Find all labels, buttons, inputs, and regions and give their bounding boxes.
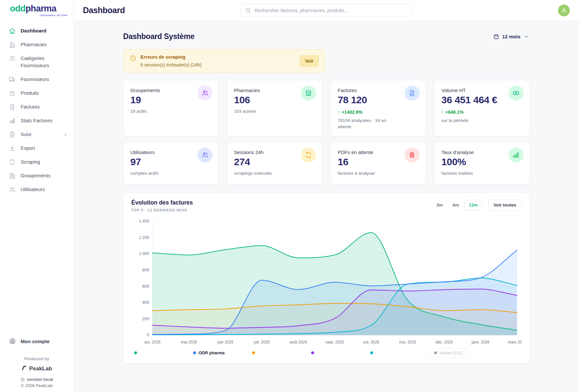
legend-item-1[interactable] [134,351,193,354]
users-icon [197,86,212,101]
sidebar-item-label: Groupements [21,172,50,179]
legend-dot-icon [311,351,314,354]
period-label: 12 mois [502,34,521,39]
sidebar-item-scraping[interactable]: Scraping [0,155,73,169]
chevron-down-icon [524,34,529,39]
sidebar-item-label: Fournisseurs [21,76,49,83]
svg-text:oct. 2025: oct. 2025 [363,340,379,344]
search-icon [245,7,251,13]
file-icon [9,104,16,110]
legend-item-autres-101[interactable]: Autres (101) [429,348,468,358]
stat-card-groupements: Groupements 19 19 actifs [123,80,219,136]
alert-subtitle: 6 session(s) échouée(s) (24h) [141,62,202,68]
user-avatar-button[interactable] [558,5,570,16]
svg-text:janv. 2026: janv. 2026 [471,340,489,344]
docs-icon [405,147,420,163]
legend-item-odr-pharma[interactable]: ODR pharma [193,350,252,355]
svg-text:1 200: 1 200 [139,235,149,240]
brand-name: oddpharma [10,4,68,13]
chart-area: 02004006008001 0001 2001 400avr. 2025mai… [131,217,522,347]
alert-circle-icon [130,55,136,62]
stat-card-sessions-24h: Sessions 24h 274 scrapings exécutés [227,142,322,185]
sidebar-item-dashboard[interactable]: Dashboard [0,24,73,38]
sidebar-item-label: Stats Factures [21,117,52,124]
sidebar-item-suivi[interactable]: Suivi [0,127,73,141]
stat-card-subtitle: scrapings exécutés [234,170,295,177]
legend-item-3[interactable] [252,351,311,354]
stat-card-subtitle: comptes actifs [130,170,191,177]
svg-text:juin 2025: juin 2025 [217,340,233,344]
truck-icon [9,76,16,83]
sidebar: oddpharma Optimisateur De Dash Dashboard… [0,0,74,392]
brand-logo[interactable]: oddpharma Optimisateur De Dash [0,0,73,19]
sidebar-item-stats-factures[interactable]: Stats Factures [0,114,73,127]
period-selector[interactable]: 12 mois [492,32,530,41]
bars-icon [509,147,524,163]
svg-text:nov. 2025: nov. 2025 [399,340,416,344]
peaklab-brand: PeakLab [0,365,73,372]
sidebar-footer: Mon compte Produced by PeakLab version l… [0,334,73,392]
top-header: Dashboard [74,0,579,21]
stat-card-subtitle: 19 actifs [130,108,191,115]
range-6m[interactable]: 6m [448,200,464,210]
scraping-errors-alert: Erreurs de scraping 6 session(s) échouée… [123,49,325,73]
sidebar-item-export[interactable]: Export [0,141,73,155]
home-icon [9,28,16,34]
stat-card-subtitle: 78104 analysées · 16 en attente [338,118,398,130]
stat-card-subtitle: factures traitées [441,170,502,177]
building-icon [9,172,16,179]
sidebar-item-groupements[interactable]: Groupements [0,169,73,183]
brand-name-suffix: pharma [26,4,56,13]
user-circle-icon [9,338,16,345]
alert-view-button[interactable]: Voir [300,55,319,67]
store-icon [301,86,316,101]
alert-title: Erreurs de scraping [141,54,202,60]
range-3m[interactable]: 3m [432,200,448,210]
range-switcher: 3m 6m 12m [432,200,482,210]
sidebar-item-pharmacies[interactable]: Pharmacies [0,38,73,51]
sidebar-item-label: Catégories Fournisseurs [21,55,68,69]
svg-text:mai 2025: mai 2025 [181,340,197,344]
sidebar-item-produits[interactable]: Produits [0,86,73,100]
sidebar-item-label: Produits [21,89,39,97]
legend-label: ODR pharma [199,350,225,355]
svg-text:sept. 2025: sept. 2025 [326,340,344,344]
sidebar-nav: Dashboard Pharmacies Catégories Fourniss… [0,19,73,196]
stat-card-volume-ht: Volume HT 36 451 464 € ↑+648.1% sur la p… [434,80,529,136]
svg-text:1 000: 1 000 [139,251,149,256]
peaklab-logo-icon [21,365,27,372]
range-12m[interactable]: 12m [464,200,482,210]
legend-item-4[interactable] [311,351,370,354]
stat-card-taux-d-analyse: Taux d'analyse 100% factures traitées [434,142,529,185]
sidebar-item-categories-fournisseurs[interactable]: Catégories Fournisseurs [0,51,73,72]
download-icon [9,145,16,152]
sidebar-item-factures[interactable]: Factures [0,100,73,114]
svg-text:600: 600 [142,284,149,289]
svg-text:juil. 2025: juil. 2025 [253,340,270,344]
copyright: © 2026 PeakLab [0,383,73,388]
legend-dot-icon [193,351,196,354]
sidebar-item-label: Dashboard [21,27,46,34]
svg-text:400: 400 [142,300,149,305]
sidebar-item-label: Scraping [21,158,40,166]
produced-by-block: Produced by PeakLab version local © 2026… [0,357,73,388]
chart-subtitle: TOP 5 · 12 DERNIERS MOIS [131,208,193,212]
calendar-icon [493,33,499,40]
svg-text:200: 200 [142,317,149,321]
content-scroll: Dashboard Système 12 mois Erreurs de scr… [74,21,579,392]
chart-head: Évolution des factures TOP 5 · 12 DERNIE… [131,199,522,212]
stat-card-trend: ↑+1402.9% [338,109,419,115]
view-all-button[interactable]: Voir toutes [488,199,522,211]
users-icon [9,55,16,62]
chart-legend: ODR pharma Autres (101) [131,347,522,361]
brand-tagline: Optimisateur De Dash [10,14,68,17]
user-icon [561,8,567,13]
trend-up-icon: ↑ [441,109,444,115]
sidebar-item-utilisateurs[interactable]: Utilisateurs [0,183,73,196]
search-input[interactable] [241,4,412,17]
legend-item-5[interactable] [370,351,429,354]
sidebar-item-label: Suivi [21,131,31,138]
legend-dot-icon [370,351,373,354]
sidebar-item-mon-compte[interactable]: Mon compte [0,334,73,349]
sidebar-item-fournisseurs[interactable]: Fournisseurs [0,72,73,86]
